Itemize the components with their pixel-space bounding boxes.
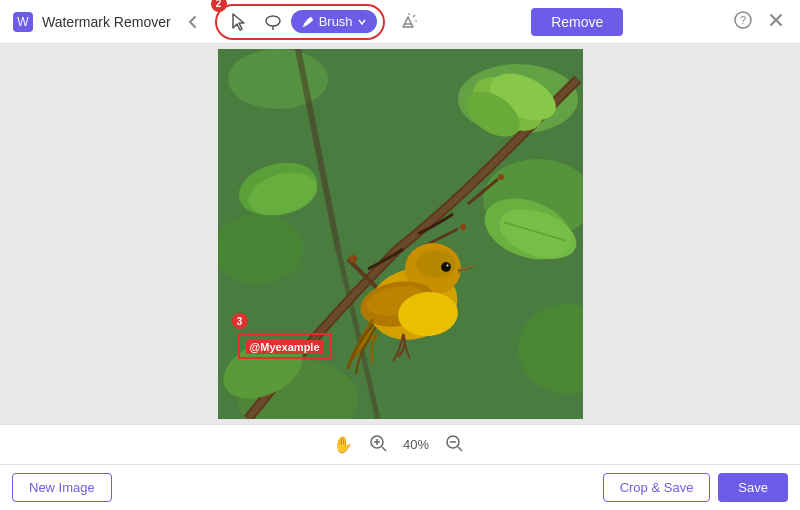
- back-button[interactable]: [179, 10, 207, 34]
- watermark-badge-3: 3: [232, 313, 248, 329]
- magic-eraser-icon: [399, 12, 419, 32]
- svg-text:?: ?: [740, 14, 746, 26]
- image-container: 3 @Myexample: [218, 49, 583, 419]
- brush-tool-button[interactable]: Brush: [291, 10, 377, 33]
- svg-marker-5: [403, 17, 413, 27]
- zoom-level: 40%: [403, 437, 429, 452]
- help-icon: ?: [734, 11, 752, 29]
- svg-point-3: [266, 16, 280, 26]
- brush-dropdown-icon: [357, 17, 367, 27]
- footer-right: Crop & Save Save: [603, 473, 788, 502]
- svg-point-36: [442, 264, 449, 271]
- svg-line-54: [458, 447, 462, 451]
- lasso-icon: [263, 12, 283, 32]
- svg-marker-2: [233, 14, 244, 30]
- brush-icon: [301, 15, 315, 29]
- title-bar-right: ?: [730, 7, 788, 37]
- remove-button-container: Remove: [531, 8, 623, 36]
- title-bar: W Watermark Remover 2: [0, 0, 800, 44]
- badge-2: 2: [211, 0, 227, 12]
- footer-left: New Image: [12, 473, 112, 502]
- toolbar-group: 2 Brush: [215, 4, 385, 40]
- new-image-button[interactable]: New Image: [12, 473, 112, 502]
- app-title: Watermark Remover: [42, 14, 171, 30]
- svg-point-28: [498, 174, 504, 180]
- crop-save-button[interactable]: Crop & Save: [603, 473, 711, 502]
- svg-point-27: [460, 224, 466, 230]
- selection-icon: [229, 12, 249, 32]
- save-button[interactable]: Save: [718, 473, 788, 502]
- zoom-in-icon: [369, 434, 387, 452]
- zoom-in-button[interactable]: [365, 432, 391, 458]
- zoom-out-icon: [445, 434, 463, 452]
- svg-line-51: [382, 447, 386, 451]
- main-area: 3 @Myexample: [0, 44, 800, 424]
- svg-point-26: [349, 255, 357, 263]
- bird-scene: [218, 49, 583, 419]
- magic-eraser-button[interactable]: [393, 8, 425, 36]
- pan-tool-icon[interactable]: ✋: [333, 435, 353, 454]
- close-icon: [768, 12, 784, 28]
- lasso-tool-button[interactable]: [257, 8, 289, 36]
- svg-point-37: [446, 265, 448, 267]
- svg-line-8: [413, 15, 415, 17]
- selection-tool-button[interactable]: [223, 8, 255, 36]
- svg-point-15: [228, 49, 328, 109]
- watermark-text: @Myexample: [246, 340, 324, 354]
- svg-text:W: W: [17, 15, 29, 29]
- back-icon: [185, 14, 201, 30]
- help-button[interactable]: ?: [730, 7, 756, 37]
- close-button[interactable]: [764, 8, 788, 36]
- remove-button[interactable]: Remove: [531, 8, 623, 36]
- app-icon: W: [12, 11, 34, 33]
- title-bar-left: W Watermark Remover 2: [12, 4, 425, 40]
- zoom-out-button[interactable]: [441, 432, 467, 458]
- footer-bar: New Image Crop & Save Save: [0, 464, 800, 510]
- zoom-bar: ✋ 40%: [0, 424, 800, 464]
- watermark-box[interactable]: 3 @Myexample: [238, 333, 332, 359]
